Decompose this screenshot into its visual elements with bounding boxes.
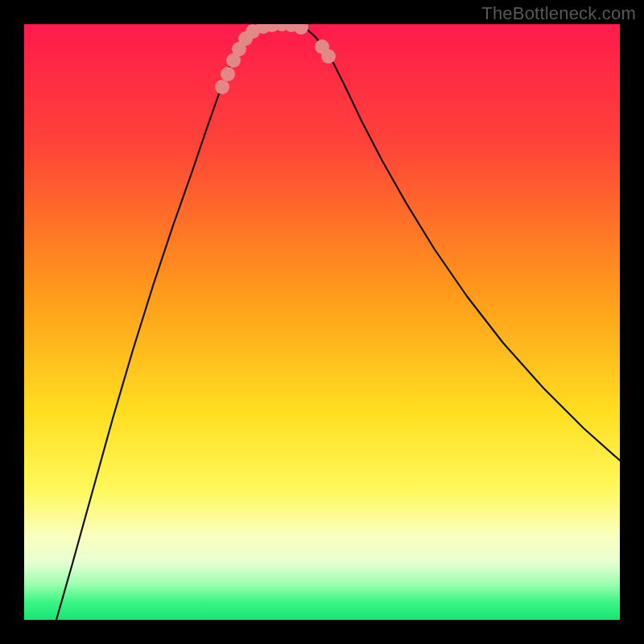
plot-area [24, 24, 620, 620]
chart-svg [24, 24, 620, 620]
highlight-dot [215, 80, 229, 94]
chart-frame: TheBottleneck.com [0, 0, 644, 644]
highlight-dot [321, 49, 336, 64]
gradient-background [24, 24, 620, 620]
watermark-text: TheBottleneck.com [481, 3, 636, 24]
highlight-dot [221, 67, 235, 81]
